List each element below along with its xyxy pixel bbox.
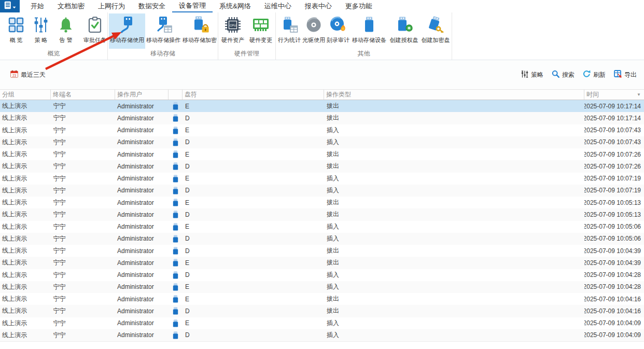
table-row[interactable]: 线上演示宁宁AdministratorE插入2025-07-09 10:04:2…	[0, 281, 644, 293]
ribbon-button-burn-audit[interactable]: 刻录审计	[326, 13, 351, 49]
column-header-group[interactable]: 分组	[0, 90, 51, 100]
usb-drive-icon	[169, 197, 183, 208]
usb-drive-icon	[169, 245, 183, 257]
export-button[interactable]: 导出	[614, 70, 637, 79]
cell-time: 2025-07-09 10:07:19	[584, 185, 644, 197]
table-row[interactable]: 线上演示宁宁AdministratorD插入2025-07-09 10:05:0…	[0, 233, 644, 245]
table-row[interactable]: 线上演示宁宁AdministratorE插入2025-07-09 10:07:1…	[0, 173, 644, 185]
cell-drive: E	[183, 293, 324, 305]
cell-time: 2025-07-09 10:17:14	[584, 112, 644, 124]
usb-plug-icon	[118, 15, 136, 35]
table-row[interactable]: 线上演示宁宁AdministratorE拔出2025-07-09 10:07:2…	[0, 148, 644, 160]
refresh-label: 刷新	[593, 71, 606, 79]
ribbon-button-removable-storage-usage[interactable]: 移动存储使用	[109, 13, 145, 49]
cell-drive: D	[183, 136, 324, 148]
filter-sliders-icon	[521, 71, 528, 79]
column-header-terminal[interactable]: 终端名	[51, 90, 115, 100]
table-row[interactable]: 线上演示宁宁AdministratorD插入2025-07-09 10:04:2…	[0, 269, 644, 281]
table-row[interactable]: 线上演示宁宁AdministratorE拔出2025-07-09 10:04:3…	[0, 257, 644, 269]
tab-more-features[interactable]: 更多功能	[339, 0, 379, 12]
tab-web-behavior[interactable]: 上网行为	[91, 0, 132, 12]
ribbon-button-policy[interactable]: 策 略	[30, 13, 52, 49]
table-row[interactable]: 线上演示宁宁AdministratorE插入2025-07-09 10:05:0…	[0, 221, 644, 233]
chevron-down-icon[interactable]: ▼	[637, 92, 641, 97]
cell-terminal: 宁宁	[51, 269, 115, 281]
cell-time: 2025-07-09 10:07:43	[584, 124, 644, 136]
ribbon-button-removable-storage-encryption[interactable]: 移动存储加密	[181, 13, 218, 49]
table-row[interactable]: 线上演示宁宁AdministratorE拔出2025-07-09 10:05:1…	[0, 197, 644, 208]
policy-button[interactable]: 策略	[521, 71, 543, 79]
cell-time: 2025-07-09 10:07:43	[584, 136, 644, 148]
cell-user: Administrator	[115, 293, 169, 305]
usb-drive-icon	[169, 233, 183, 245]
column-header-time[interactable]: 时间 ▼	[584, 90, 644, 100]
table-row[interactable]: 线上演示宁宁AdministratorD拔出2025-07-09 10:07:2…	[0, 160, 644, 172]
ribbon-button-create-encrypted-disk[interactable]: 创建加密盘	[420, 13, 451, 49]
column-header-drive[interactable]: 盘符	[183, 90, 324, 100]
ribbon-button-hardware-assets[interactable]: CPU 硬件资产	[219, 13, 247, 49]
cell-terminal: 宁宁	[51, 257, 115, 269]
cell-terminal: 宁宁	[51, 329, 115, 341]
date-filter-button[interactable]: 23 最近三天	[10, 70, 46, 79]
table-row[interactable]: 线上演示宁宁AdministratorD拔出2025-07-09 10:04:3…	[0, 245, 644, 257]
ribbon-button-behavior-statistics[interactable]: 行为统计	[277, 13, 302, 49]
ribbon-button-overview[interactable]: 概 览	[4, 13, 28, 49]
app-menu-button[interactable]	[0, 0, 20, 12]
cell-time: 2025-07-09 10:04:39	[584, 245, 644, 257]
cell-terminal: 宁宁	[51, 148, 115, 160]
ribbon-button-create-authorized-disk[interactable]: 创建授权盘	[388, 13, 420, 49]
cell-time: 2025-07-09 10:05:06	[584, 233, 644, 245]
search-icon	[552, 70, 559, 79]
table-row[interactable]: 线上演示宁宁AdministratorE拔出2025-07-09 10:04:1…	[0, 293, 644, 305]
table-row[interactable]: 线上演示宁宁AdministratorD拔出2025-07-09 10:05:1…	[0, 208, 644, 220]
table-row[interactable]: 线上演示宁宁AdministratorD插入2025-07-09 10:07:4…	[0, 136, 644, 148]
tab-doc-encryption[interactable]: 文档加密	[51, 0, 91, 12]
table-row[interactable]: 线上演示宁宁AdministratorD拔出2025-07-09 10:04:1…	[0, 305, 644, 317]
ribbon-button-approval-tasks[interactable]: 审批任务	[80, 13, 110, 49]
cell-time: 2025-07-09 10:04:09	[584, 317, 644, 329]
ribbon-button-hardware-changes[interactable]: 硬件变更	[247, 13, 275, 49]
column-header-icon[interactable]	[169, 90, 183, 100]
tab-system-network[interactable]: 系统&网络	[213, 0, 258, 12]
cell-drive: E	[183, 197, 324, 208]
filter-toolbar: 23 最近三天 策略 搜索 刷新	[0, 60, 644, 89]
cell-time: 2025-07-09 10:17:14	[584, 100, 644, 112]
table-row[interactable]: 线上演示宁宁AdministratorD插入2025-07-09 10:07:1…	[0, 185, 644, 197]
table-row[interactable]: 线上演示宁宁AdministratorE插入2025-07-09 10:07:4…	[0, 124, 644, 136]
ribbon-button-alerts[interactable]: 告 警	[54, 13, 78, 49]
search-button[interactable]: 搜索	[552, 70, 575, 79]
usb-device-icon	[362, 15, 376, 35]
cell-group: 线上演示	[0, 160, 51, 172]
ribbon-button-removable-storage-operations[interactable]: 移动存储操作	[145, 13, 181, 49]
usb-drive-icon	[169, 124, 183, 136]
tab-start[interactable]: 开始	[24, 0, 51, 12]
ribbon-group-label: 其他	[276, 49, 452, 58]
cell-terminal: 宁宁	[51, 293, 115, 305]
cell-terminal: 宁宁	[51, 208, 115, 220]
cell-action: 拔出	[324, 160, 584, 172]
usb-drive-icon	[169, 173, 183, 185]
refresh-button[interactable]: 刷新	[583, 70, 606, 79]
column-header-action[interactable]: 操作类型	[324, 90, 584, 100]
ribbon-button-removable-storage-devices[interactable]: 移动存储设备	[351, 13, 388, 49]
column-header-user[interactable]: 操作用户	[115, 90, 169, 100]
cell-time: 2025-07-09 10:05:13	[584, 208, 644, 220]
cell-action: 插入	[324, 185, 584, 197]
cell-terminal: 宁宁	[51, 173, 115, 185]
tab-data-security[interactable]: 数据安全	[132, 0, 172, 12]
tab-device-management[interactable]: 设备管理	[172, 0, 213, 12]
table-row[interactable]: 线上演示宁宁AdministratorD拔出2025-07-09 10:17:1…	[0, 112, 644, 124]
cell-group: 线上演示	[0, 269, 51, 281]
cell-drive: E	[183, 124, 324, 136]
cell-group: 线上演示	[0, 173, 51, 185]
refresh-icon	[583, 70, 591, 79]
table-row[interactable]: 线上演示宁宁AdministratorE拔出2025-07-09 10:17:1…	[0, 100, 644, 112]
cell-action: 拔出	[324, 148, 584, 160]
usb-drive-icon	[169, 148, 183, 160]
ribbon-button-optical-drive-usage[interactable]: 光驱使用	[302, 13, 326, 49]
table-row[interactable]: 线上演示宁宁AdministratorD插入2025-07-09 10:04:0…	[0, 329, 644, 341]
cpu-icon: CPU	[225, 15, 241, 35]
table-row[interactable]: 线上演示宁宁AdministratorE插入2025-07-09 10:04:0…	[0, 317, 644, 329]
tab-ops-center[interactable]: 运维中心	[258, 0, 298, 12]
tab-report-center[interactable]: 报表中心	[298, 0, 339, 12]
